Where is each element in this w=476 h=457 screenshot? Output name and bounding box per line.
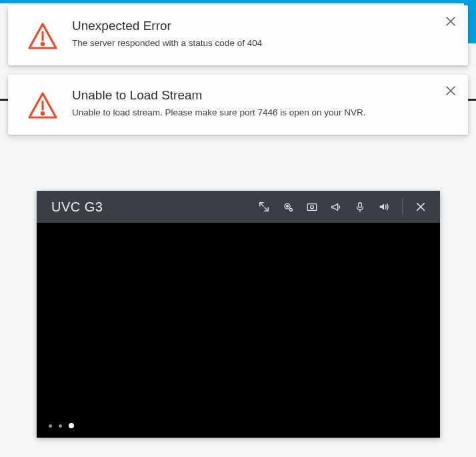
warning-triangle-icon — [27, 20, 59, 52]
svg-point-5 — [41, 112, 43, 114]
alert-message: The server responded with a status code … — [72, 37, 435, 49]
svg-point-1 — [41, 43, 43, 45]
close-icon[interactable] — [444, 15, 457, 28]
microphone-icon[interactable] — [350, 197, 370, 217]
close-icon[interactable] — [444, 84, 457, 97]
pagination-dots[interactable] — [49, 423, 74, 428]
svg-rect-13 — [359, 203, 362, 207]
alert-unexpected-error: Unexpected Error The server responded wi… — [8, 5, 468, 65]
svg-point-12 — [311, 205, 314, 209]
snapshot-camera-icon[interactable] — [302, 197, 322, 217]
app-top-accent-bar — [0, 0, 476, 3]
toolbar-separator — [402, 198, 403, 215]
fullscreen-icon[interactable] — [254, 197, 274, 217]
svg-rect-11 — [307, 204, 317, 211]
page-dot[interactable] — [59, 424, 62, 428]
svg-point-10 — [290, 209, 293, 211]
player-header: UVC G3 — [37, 191, 440, 223]
svg-point-9 — [287, 205, 289, 207]
speaker-volume-icon[interactable] — [374, 197, 394, 217]
page-dot[interactable] — [49, 424, 52, 428]
announce-megaphone-icon[interactable] — [326, 197, 346, 217]
alert-message: Unable to load stream. Please make sure … — [72, 107, 435, 119]
close-player-icon[interactable] — [411, 197, 431, 217]
alert-title: Unexpected Error — [72, 19, 435, 33]
camera-stream-player: UVC G3 — [37, 191, 440, 438]
warning-triangle-icon — [27, 89, 59, 121]
alert-unable-to-load-stream: Unable to Load Stream Unable to load str… — [8, 75, 468, 135]
settings-gear-icon[interactable] — [278, 197, 298, 217]
page-dot-active[interactable] — [69, 423, 74, 428]
alert-title: Unable to Load Stream — [72, 88, 435, 103]
camera-name: UVC G3 — [51, 199, 250, 215]
stream-viewport[interactable] — [37, 223, 440, 438]
